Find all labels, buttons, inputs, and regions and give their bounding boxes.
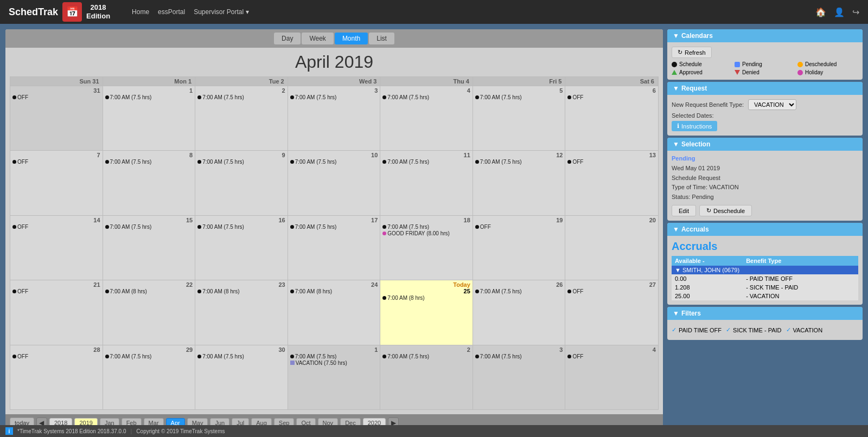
day-number: 4	[382, 87, 470, 94]
selection-section: ▼ Selection Pending Wed May 01 2019 Sche…	[667, 138, 863, 221]
event-text: 7:00 AM (7.5 hrs)	[387, 354, 429, 359]
calendar-day-3-5[interactable]: 267:00 AM (7.5 hrs)	[473, 280, 566, 344]
request-header: ▼ Request	[667, 82, 863, 95]
tab-day[interactable]: Day	[274, 33, 301, 44]
calendar-day-3-3[interactable]: 247:00 AM (8 hrs)	[288, 280, 381, 344]
calendar-day-2-0[interactable]: 14OFF	[10, 216, 103, 280]
event-text: 7:00 AM (7.5 hrs)	[480, 94, 522, 100]
user-icon[interactable]: 👤	[834, 7, 845, 17]
header-tue: Tue 2	[195, 77, 288, 86]
calendar-day-4-1[interactable]: 297:00 AM (7.5 hrs)	[103, 345, 196, 409]
calendar-day-3-2[interactable]: 237:00 AM (8 hrs)	[195, 280, 288, 344]
calendar-day-1-5[interactable]: 127:00 AM (7.5 hrs)	[473, 151, 566, 215]
filters-body: ✓PAID TIME OFF✓SICK TIME - PAID✓VACATION	[667, 320, 863, 340]
calendar-day-1-6[interactable]: 13OFF	[565, 151, 658, 215]
instructions-button[interactable]: ℹ Instructions	[672, 121, 717, 131]
day-event-schedule: 7:00 AM (7.5 hrs)	[382, 354, 470, 359]
calendar-day-2-5[interactable]: 19OFF	[473, 216, 566, 280]
accruals-row-2: 25.00 - VACATION	[672, 292, 858, 300]
nav-supervisor-portal[interactable]: Supervisor Portal ▾	[194, 8, 248, 16]
legend-holiday-label: Holiday	[805, 69, 823, 75]
day-event-schedule: 7:00 AM (8 hrs)	[105, 288, 193, 294]
filter-item-1[interactable]: ✓SICK TIME - PAID	[726, 326, 781, 333]
event-dot	[382, 225, 386, 229]
calendar-day-1-3[interactable]: 107:00 AM (7.5 hrs)	[288, 151, 381, 215]
event-text: 7:00 AM (7.5 hrs)	[110, 224, 152, 230]
calendar-day-0-5[interactable]: 57:00 AM (7.5 hrs)	[473, 86, 566, 150]
day-event-schedule: 7:00 AM (7.5 hrs)	[382, 159, 470, 165]
calendar-day-2-6[interactable]: 20	[565, 216, 658, 280]
accruals-available: 25.00	[672, 292, 743, 300]
deschedule-button[interactable]: ↻ Deschedule	[699, 205, 752, 216]
calendar-day-4-3[interactable]: 17:00 AM (7.5 hrs)VACATION (7.50 hrs)	[288, 345, 381, 409]
calendar-day-0-1[interactable]: 17:00 AM (7.5 hrs)	[103, 86, 196, 150]
day-event-schedule: 7:00 AM (7.5 hrs)	[105, 94, 193, 100]
day-event-schedule: 7:00 AM (8 hrs)	[290, 288, 378, 294]
logout-icon[interactable]: ↪	[852, 7, 859, 17]
benefit-type-label: New Request Benefit Type:	[672, 101, 744, 108]
event-dot	[105, 290, 109, 293]
calendar-day-4-4[interactable]: 27:00 AM (7.5 hrs)	[380, 345, 473, 409]
event-text: 7:00 AM (7.5 hrs)	[295, 354, 337, 359]
accruals-user-row[interactable]: ▼ SMITH, JOHN (0679)	[672, 266, 858, 274]
vacation-box	[290, 361, 295, 365]
calendar-day-1-0[interactable]: 7OFF	[10, 151, 103, 215]
calendar-day-4-5[interactable]: 37:00 AM (7.5 hrs)	[473, 345, 566, 409]
selection-line1: Schedule Request	[672, 173, 858, 183]
event-text: 7:00 AM (7.5 hrs)	[295, 94, 337, 100]
day-event-off: OFF	[12, 94, 100, 100]
calendar-day-0-6[interactable]: 6OFF	[565, 86, 658, 150]
calendar-week-3: 21OFF227:00 AM (8 hrs)237:00 AM (8 hrs)2…	[10, 280, 658, 345]
calendar-day-1-2[interactable]: 97:00 AM (7.5 hrs)	[195, 151, 288, 215]
home-icon[interactable]: 🏠	[815, 7, 826, 17]
legend-pending-label: Pending	[742, 61, 762, 67]
request-title: Request	[681, 85, 707, 92]
day-event-schedule: 7:00 AM (7.5 hrs)	[290, 354, 378, 359]
calendar-day-3-0[interactable]: 21OFF	[10, 280, 103, 344]
event-dot	[197, 95, 201, 99]
calendar-day-3-4[interactable]: Today257:00 AM (8 hrs)	[380, 280, 473, 344]
calendar-day-4-0[interactable]: 28OFF	[10, 345, 103, 409]
calendar-day-1-1[interactable]: 87:00 AM (7.5 hrs)	[103, 151, 196, 215]
day-number: 17	[290, 217, 378, 223]
tab-week[interactable]: Week	[302, 33, 333, 44]
event-dot	[197, 290, 201, 293]
filter-item-2[interactable]: ✓VACATION	[786, 326, 823, 333]
edit-button[interactable]: Edit	[672, 205, 696, 216]
selection-header: ▼ Selection	[667, 138, 863, 151]
calendar-day-4-2[interactable]: 307:00 AM (7.5 hrs)	[195, 345, 288, 409]
selection-pending-label: Pending	[672, 155, 858, 162]
day-event-schedule: 7:00 AM (7.5 hrs)	[475, 159, 563, 165]
calendar-day-0-2[interactable]: 27:00 AM (7.5 hrs)	[195, 86, 288, 150]
calendar-day-3-6[interactable]: 27OFF	[565, 280, 658, 344]
calendar-day-0-3[interactable]: 37:00 AM (7.5 hrs)	[288, 86, 381, 150]
navbar: SchedTrak 📅 2018 Edition Home essPortal …	[0, 0, 868, 24]
tab-list[interactable]: List	[369, 33, 394, 44]
tab-month[interactable]: Month	[335, 33, 368, 44]
calendar-day-2-2[interactable]: 167:00 AM (7.5 hrs)	[195, 216, 288, 280]
day-number: 23	[197, 281, 285, 288]
selection-line3: Status: Pending	[672, 192, 858, 202]
nav-essportal[interactable]: essPortal	[158, 8, 185, 16]
event-text: 7:00 AM (7.5 hrs)	[480, 354, 522, 359]
filter-item-0[interactable]: ✓PAID TIME OFF	[672, 326, 722, 333]
event-dot	[105, 355, 109, 358]
calendar-day-4-6[interactable]: 4OFF	[565, 345, 658, 409]
calendar-day-3-1[interactable]: 227:00 AM (8 hrs)	[103, 280, 196, 344]
calendar-day-0-4[interactable]: 47:00 AM (7.5 hrs)	[380, 86, 473, 150]
benefit-type-select[interactable]: VACATION	[748, 99, 796, 110]
event-dot	[197, 225, 201, 229]
calendars-arrow: ▼	[673, 32, 679, 40]
calendar-day-2-3[interactable]: 177:00 AM (7.5 hrs)	[288, 216, 381, 280]
calendar-day-0-0[interactable]: 31OFF	[10, 86, 103, 150]
filter-checkmark: ✓	[726, 326, 731, 333]
calendar-day-2-4[interactable]: 187:00 AM (7.5 hrs)GOOD FRIDAY (8.00 hrs…	[380, 216, 473, 280]
day-number: 24	[290, 281, 378, 288]
nav-home[interactable]: Home	[132, 8, 149, 16]
legend-denied-label: Denied	[742, 69, 760, 75]
calendar-day-1-4[interactable]: 117:00 AM (7.5 hrs)	[380, 151, 473, 215]
calendar-day-2-1[interactable]: 157:00 AM (7.5 hrs)	[103, 216, 196, 280]
refresh-button[interactable]: ↻ Refresh	[672, 47, 712, 58]
status-copyright: Copyright © 2019 TimeTrak Systems	[136, 428, 225, 434]
day-number: 12	[475, 152, 563, 158]
